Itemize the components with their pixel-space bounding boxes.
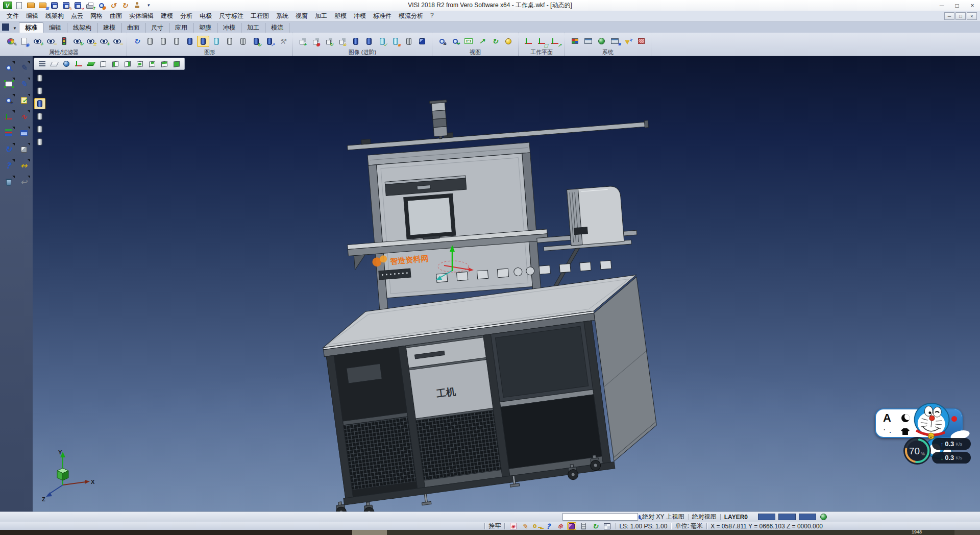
minimize-button[interactable]: ─ bbox=[934, 0, 949, 11]
workplane-csys-icon[interactable] bbox=[522, 36, 534, 47]
filter-traffic-icon[interactable] bbox=[58, 36, 70, 47]
redraw-icon[interactable] bbox=[131, 36, 143, 47]
color-table-icon[interactable] bbox=[569, 36, 581, 47]
display-settings-icon[interactable] bbox=[582, 36, 594, 47]
window-config-icon[interactable] bbox=[608, 36, 621, 47]
trim-entity-icon[interactable] bbox=[17, 61, 31, 74]
refresh-image-icon[interactable] bbox=[323, 36, 335, 47]
quick-more-icon[interactable] bbox=[143, 1, 154, 10]
open-project-icon[interactable] bbox=[37, 1, 48, 10]
display-cylinder-6[interactable] bbox=[34, 136, 45, 148]
move-csys-icon[interactable] bbox=[2, 110, 15, 123]
copy-attributes-icon[interactable] bbox=[18, 36, 30, 47]
delete-icon[interactable] bbox=[2, 176, 15, 188]
plot-icon[interactable] bbox=[84, 1, 95, 10]
view-iso-icon[interactable] bbox=[97, 59, 109, 69]
workplane-align-icon[interactable] bbox=[535, 36, 548, 47]
help-icon[interactable] bbox=[2, 159, 15, 172]
shading-options-icon[interactable] bbox=[502, 36, 514, 47]
shaded-view-icon[interactable] bbox=[184, 36, 196, 47]
menu-item[interactable]: 点云 bbox=[67, 11, 87, 21]
mdi-minimize-button[interactable]: ─ bbox=[944, 12, 954, 20]
ime-language-button[interactable]: A bbox=[883, 411, 891, 425]
refresh-filter-icon[interactable] bbox=[71, 36, 83, 47]
previous-view-icon[interactable] bbox=[476, 36, 488, 47]
toolbar-tab[interactable]: 曲面 bbox=[121, 23, 145, 33]
punctuation-icon[interactable]: ’ . bbox=[884, 428, 893, 434]
menu-item[interactable]: 冲模 bbox=[350, 11, 370, 21]
command-search[interactable] bbox=[562, 513, 638, 521]
annotate-icon[interactable] bbox=[520, 522, 529, 530]
graphics-settings-icon[interactable] bbox=[277, 36, 289, 47]
menu-item[interactable]: 加工 bbox=[311, 11, 331, 21]
dashed-hidden-view-icon[interactable] bbox=[170, 36, 183, 47]
view-bottom-icon[interactable] bbox=[159, 59, 170, 69]
display-cylinder-1[interactable] bbox=[34, 72, 45, 84]
display-cylinder-3[interactable] bbox=[34, 98, 45, 109]
view-menu-icon[interactable] bbox=[36, 59, 47, 69]
view-front-icon[interactable] bbox=[134, 59, 145, 69]
tab-dropdown-icon[interactable]: ▼ bbox=[11, 23, 19, 33]
hatched-view-icon[interactable] bbox=[237, 36, 249, 47]
viewport-3d[interactable]: 智造资料网 bbox=[33, 56, 980, 512]
toolbar-tab[interactable]: 线架构 bbox=[67, 23, 97, 33]
undo-icon[interactable] bbox=[108, 1, 118, 10]
workplane-rotate-icon[interactable] bbox=[549, 36, 561, 47]
active-layer-label[interactable]: LAYER0 bbox=[724, 514, 748, 521]
redo-icon[interactable] bbox=[119, 1, 130, 10]
context-help-icon[interactable] bbox=[544, 522, 553, 530]
wire-solid-icon[interactable] bbox=[403, 36, 415, 47]
globe-icon[interactable] bbox=[820, 514, 827, 520]
zoom-one-to-one-icon[interactable] bbox=[462, 36, 475, 47]
isometric-cube-icon[interactable] bbox=[17, 143, 31, 156]
toolbar-tab[interactable]: 加工 bbox=[241, 23, 265, 33]
zoom-fit-icon[interactable] bbox=[449, 36, 461, 47]
show-curve-icon[interactable] bbox=[31, 36, 43, 47]
menu-item[interactable]: 实体编辑 bbox=[126, 11, 157, 21]
menu-item[interactable]: 电极 bbox=[196, 11, 215, 21]
hide-curve-icon[interactable] bbox=[44, 36, 57, 47]
mdi-close-button[interactable]: × bbox=[967, 12, 977, 20]
mdi-restore-button[interactable]: □ bbox=[955, 12, 966, 20]
hide-all-icon[interactable] bbox=[111, 36, 123, 47]
dynamic-view-icon[interactable] bbox=[263, 36, 276, 47]
menu-item[interactable]: 网格 bbox=[87, 11, 106, 21]
layer-color-swatch[interactable] bbox=[799, 514, 816, 520]
confirm-icon[interactable] bbox=[17, 94, 31, 107]
toggle-image-icon[interactable] bbox=[336, 36, 349, 47]
toggle-visibility-icon[interactable] bbox=[84, 36, 96, 47]
viewport-split-icon[interactable] bbox=[602, 522, 611, 530]
new-file-icon[interactable] bbox=[14, 1, 24, 10]
save-as-icon[interactable] bbox=[61, 1, 71, 10]
view-shaded-cube-icon[interactable] bbox=[171, 59, 182, 69]
layer-color-swatch[interactable] bbox=[778, 514, 796, 520]
toolbar-tab[interactable]: 模流 bbox=[265, 23, 289, 33]
menu-item[interactable]: 系统 bbox=[273, 11, 292, 21]
refresh-view-icon[interactable] bbox=[489, 36, 501, 47]
entity-attributes-icon[interactable] bbox=[2, 127, 15, 139]
menu-item[interactable]: ? bbox=[427, 11, 437, 21]
menu-item[interactable]: 线架构 bbox=[42, 11, 67, 21]
maximize-button[interactable]: □ bbox=[949, 0, 965, 11]
auto-rotate-icon[interactable] bbox=[591, 522, 600, 530]
save-send-icon[interactable] bbox=[72, 1, 83, 10]
shaded-edges-view-icon[interactable] bbox=[197, 36, 209, 47]
record-icon[interactable] bbox=[508, 522, 518, 530]
draw-spline-icon[interactable] bbox=[17, 110, 31, 123]
session-icon[interactable] bbox=[131, 1, 142, 10]
toolbar-tab[interactable]: 塑膜 bbox=[193, 23, 217, 33]
menu-item[interactable]: 模流分析 bbox=[395, 11, 427, 21]
regen-solid-icon[interactable] bbox=[250, 36, 262, 47]
zoom-extents-icon[interactable] bbox=[2, 94, 15, 107]
shaded-cube-icon[interactable] bbox=[416, 36, 428, 47]
lock-toggle[interactable]: 拴牢 bbox=[488, 522, 501, 530]
regen-icon[interactable] bbox=[2, 143, 15, 156]
translucent-view-icon[interactable] bbox=[210, 36, 223, 47]
measure-icon[interactable] bbox=[17, 159, 31, 172]
visi-logo[interactable] bbox=[2, 1, 13, 10]
shaded-mode-icon[interactable] bbox=[48, 59, 60, 69]
toolbar-tab[interactable]: 冲模 bbox=[217, 23, 241, 33]
search-input[interactable] bbox=[563, 514, 639, 520]
show-all-icon[interactable] bbox=[97, 36, 110, 47]
solid-info-icon[interactable] bbox=[389, 36, 402, 47]
